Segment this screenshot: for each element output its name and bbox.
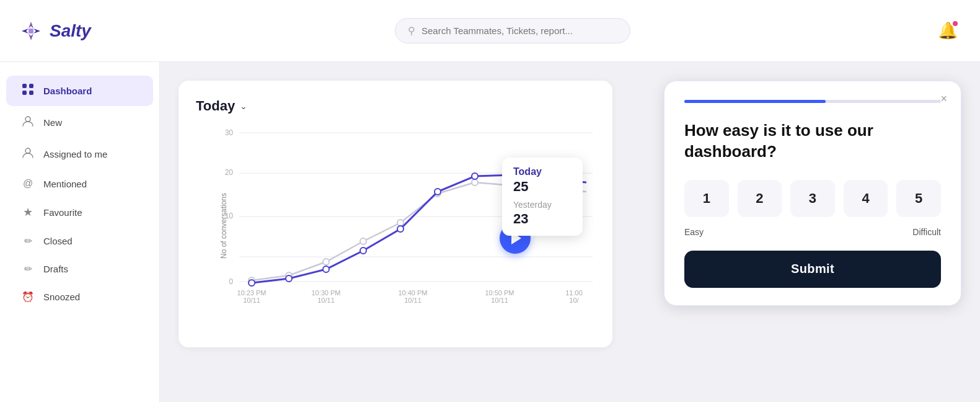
svg-text:10:23 PM: 10:23 PM	[237, 289, 266, 297]
survey-option-5[interactable]: 5	[896, 180, 941, 217]
drafts-icon: ✏	[21, 263, 35, 275]
svg-rect-1	[22, 84, 27, 88]
svg-rect-2	[29, 84, 33, 88]
search-icon: ⚲	[408, 25, 415, 37]
sidebar-item-new[interactable]: New	[6, 107, 153, 138]
survey-submit-button[interactable]: Submit	[684, 251, 941, 288]
chart-dropdown-arrow[interactable]: ⌄	[240, 101, 247, 111]
sidebar-label-drafts: Drafts	[43, 264, 68, 274]
survey-option-3[interactable]: 3	[790, 180, 835, 217]
survey-question: How easy is it to use our dashboard?	[684, 120, 941, 163]
svg-text:10/: 10/	[569, 297, 579, 304]
svg-text:10/11: 10/11	[404, 297, 422, 304]
svg-point-22	[472, 179, 478, 185]
svg-point-29	[397, 226, 404, 232]
label-difficult: Difficult	[912, 227, 941, 237]
mentioned-icon: @	[21, 178, 35, 189]
dashboard-icon	[21, 83, 35, 99]
label-easy: Easy	[684, 227, 704, 237]
sidebar-item-snoozed[interactable]: ⏰ Snoozed	[6, 284, 153, 310]
survey-option-1[interactable]: 1	[684, 180, 729, 217]
svg-rect-0	[29, 29, 33, 34]
favourite-icon: ★	[21, 205, 35, 219]
sidebar-item-dashboard[interactable]: Dashboard	[6, 76, 153, 106]
tooltip-yesterday-label: Yesterday	[513, 200, 572, 210]
survey-option-4[interactable]: 4	[844, 180, 888, 217]
survey-close-button[interactable]: ×	[940, 92, 947, 105]
sidebar-label-closed: Closed	[43, 236, 73, 246]
survey-option-2[interactable]: 2	[738, 180, 782, 217]
chart-title: Today	[196, 98, 235, 114]
svg-text:10/11: 10/11	[491, 297, 508, 304]
survey-card: × How easy is it to use our dashboard? 1…	[664, 81, 961, 306]
sidebar-label-snoozed: Snoozed	[43, 292, 80, 302]
closed-icon: ✏	[21, 235, 35, 247]
survey-labels: Easy Difficult	[684, 227, 941, 237]
sidebar-item-assigned[interactable]: Assigned to me	[6, 139, 153, 169]
chart-tooltip: Today 25 Yesterday 23	[502, 158, 583, 236]
sidebar-item-favourite[interactable]: ★ Favourite	[6, 198, 153, 226]
svg-rect-4	[29, 91, 33, 95]
svg-point-28	[360, 248, 366, 254]
sidebar-label-mentioned: Mentioned	[43, 179, 87, 189]
header: Salty ⚲ 🔔	[0, 0, 980, 62]
svg-text:10/11: 10/11	[317, 297, 335, 304]
svg-point-26	[286, 275, 292, 282]
chart-card: Today ⌄ No of conversations 30 20 10	[179, 81, 612, 347]
svg-point-18	[323, 259, 329, 265]
logo-text: Salty	[50, 21, 91, 41]
svg-text:20: 20	[225, 168, 234, 177]
svg-text:0: 0	[229, 277, 233, 286]
search-input[interactable]	[422, 25, 617, 36]
assigned-icon	[21, 146, 35, 162]
sidebar: Dashboard New Assigned to me @ Mention	[0, 62, 160, 402]
svg-text:10:40 PM: 10:40 PM	[398, 289, 427, 297]
sidebar-label-assigned: Assigned to me	[43, 149, 107, 159]
svg-text:10:30 PM: 10:30 PM	[311, 289, 340, 297]
content-area: Today ⌄ No of conversations 30 20 10	[160, 62, 980, 402]
survey-progress-bar-wrap	[684, 100, 941, 103]
snoozed-icon: ⏰	[21, 291, 35, 303]
svg-text:30: 30	[225, 128, 234, 137]
svg-point-5	[25, 117, 30, 122]
tooltip-today-value: 25	[513, 179, 572, 195]
svg-point-31	[472, 173, 478, 179]
sidebar-label-favourite: Favourite	[43, 207, 82, 218]
svg-text:10/11: 10/11	[243, 297, 260, 304]
svg-text:11:00: 11:00	[565, 289, 583, 297]
y-axis-label: No of conversations	[219, 193, 228, 259]
svg-point-27	[323, 266, 329, 272]
sidebar-item-closed[interactable]: ✏ Closed	[6, 228, 153, 254]
chart-header: Today ⌄	[196, 98, 595, 114]
chart-svg-wrap: No of conversations 30 20 10 0	[196, 127, 595, 325]
survey-options: 1 2 3 4 5	[684, 180, 941, 217]
svg-text:10:50 PM: 10:50 PM	[485, 289, 514, 297]
svg-rect-3	[22, 91, 27, 95]
main-layout: Dashboard New Assigned to me @ Mention	[0, 62, 980, 402]
notification-bell[interactable]: 🔔	[934, 17, 961, 45]
svg-point-19	[360, 238, 366, 244]
sidebar-label-new: New	[43, 117, 62, 128]
new-icon	[21, 115, 35, 130]
logo-icon	[19, 19, 43, 43]
survey-progress-bar	[684, 100, 826, 103]
svg-point-30	[435, 189, 441, 195]
tooltip-yesterday-value: 23	[513, 211, 572, 227]
logo-area: Salty	[19, 19, 91, 43]
sidebar-item-mentioned[interactable]: @ Mentioned	[6, 171, 153, 197]
svg-point-6	[25, 148, 30, 153]
tooltip-today-label: Today	[513, 166, 572, 177]
notification-dot	[951, 20, 959, 27]
svg-point-20	[397, 220, 404, 226]
search-bar[interactable]: ⚲	[395, 18, 630, 43]
svg-point-25	[249, 280, 255, 286]
sidebar-item-drafts[interactable]: ✏ Drafts	[6, 256, 153, 282]
sidebar-label-dashboard: Dashboard	[43, 86, 92, 96]
